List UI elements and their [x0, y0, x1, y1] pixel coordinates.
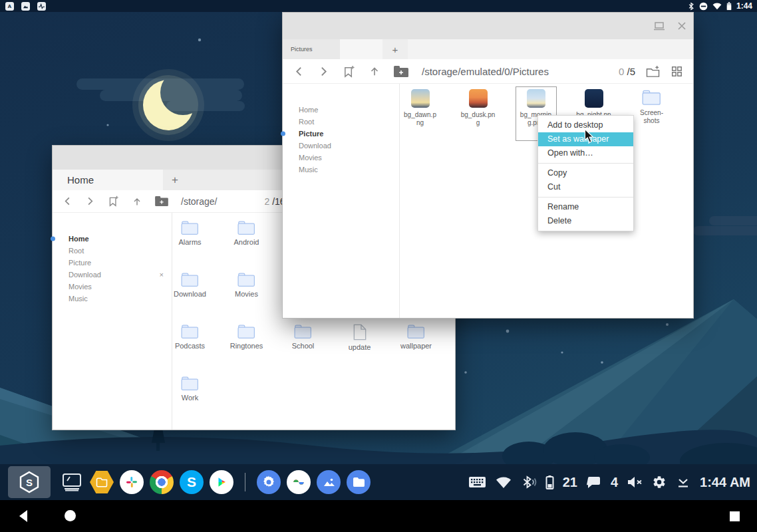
bookmark-add-icon[interactable]: [343, 65, 355, 78]
forward-button[interactable]: [85, 196, 95, 206]
keyboard-icon[interactable]: [468, 475, 486, 489]
bookmark-add-icon[interactable]: [108, 196, 119, 207]
nav-recents-button[interactable]: [730, 511, 740, 521]
folder-tile[interactable]: Podcasts: [174, 321, 206, 373]
sidebar-item-home[interactable]: Home: [53, 233, 172, 245]
back-button[interactable]: [63, 196, 73, 206]
skype-app-icon[interactable]: S: [180, 470, 204, 494]
folder-tile[interactable]: Download: [172, 269, 208, 321]
close-window-button[interactable]: [671, 13, 693, 39]
sidebar-item-movies[interactable]: Movies: [53, 281, 172, 293]
app-launcher-button[interactable]: S: [8, 466, 51, 498]
sidebar-item-music[interactable]: Music: [53, 293, 172, 305]
sidebar-item-movies[interactable]: Movies: [283, 152, 399, 164]
menu-item-copy[interactable]: Copy: [538, 166, 633, 180]
terminal-app-icon[interactable]: [60, 470, 84, 494]
activity-notification-icon[interactable]: [37, 2, 46, 11]
sidebar-item-root[interactable]: Root: [283, 116, 399, 128]
assistant-notification-icon[interactable]: A: [5, 2, 14, 11]
settings-app-icon[interactable]: [257, 470, 281, 494]
folder-tile[interactable]: Android: [233, 217, 261, 269]
hide-taskbar-icon[interactable]: [675, 475, 691, 489]
folder-tile[interactable]: Alarms: [177, 217, 202, 269]
file-tile[interactable]: update: [347, 321, 373, 373]
battery-icon[interactable]: [726, 2, 732, 11]
sidebar-item-home[interactable]: Home: [283, 104, 399, 116]
folder-icon: [181, 220, 199, 235]
settings-gear-icon[interactable]: [652, 475, 667, 489]
file-icon: [353, 324, 367, 340]
plus-label: +: [392, 44, 398, 55]
sidebar-item-picture[interactable]: Picture: [283, 128, 399, 140]
restore-window-button[interactable]: [648, 13, 671, 39]
files-app-icon[interactable]: [347, 470, 371, 494]
file-manager-app-icon[interactable]: [90, 470, 114, 494]
wifi-icon[interactable]: [712, 2, 722, 10]
nav-back-button[interactable]: [19, 509, 28, 525]
battery-icon[interactable]: [545, 475, 554, 489]
folder-icon: [181, 272, 199, 287]
folder-icon: [237, 272, 255, 287]
status-bar: A 1:44: [0, 0, 757, 12]
folder-tile[interactable]: wallpaper: [399, 321, 433, 373]
folder-tile[interactable]: Screen­shots: [631, 86, 673, 141]
new-tab-button[interactable]: +: [382, 39, 408, 59]
image-glyph: [23, 3, 29, 9]
file-name: Download: [174, 290, 206, 299]
wifi-icon[interactable]: [495, 475, 512, 489]
folder-tile[interactable]: Work: [180, 373, 200, 425]
grid-view-button[interactable]: [671, 65, 682, 77]
play-store-app-icon[interactable]: [210, 470, 233, 494]
bluetooth-icon[interactable]: [688, 2, 694, 11]
sidebar-item-music[interactable]: Music: [283, 164, 399, 176]
menu-item-rename[interactable]: Rename: [538, 200, 633, 214]
bluetooth-icon[interactable]: [521, 475, 537, 489]
sidebar-label: Picture: [299, 130, 323, 138]
up-directory-button[interactable]: [369, 65, 380, 77]
amber-hexagon: [90, 471, 114, 493]
notifications-icon[interactable]: [586, 475, 602, 489]
slack-app-icon[interactable]: [120, 470, 144, 494]
folder-tile[interactable]: School: [291, 321, 316, 373]
folder-tile[interactable]: Movies: [233, 269, 259, 321]
sidebar-item-download[interactable]: Download×: [53, 269, 172, 281]
folder-tile[interactable]: Ringtones: [229, 321, 265, 373]
back-button[interactable]: [293, 66, 305, 77]
new-folder-outline-button[interactable]: [646, 65, 660, 78]
battery-percent: 21: [563, 475, 577, 490]
file-name: update: [349, 343, 371, 352]
path-display[interactable]: /storage/emulated/0/Pictures: [422, 66, 549, 77]
chrome-app-icon[interactable]: [150, 470, 174, 494]
sidebar-label: Movies: [69, 283, 92, 291]
new-folder-button[interactable]: [394, 65, 408, 78]
activity-glyph: [39, 3, 45, 9]
tab-pictures[interactable]: Pictures: [283, 39, 340, 59]
navigation-bar: [0, 500, 757, 532]
window-titlebar[interactable]: [283, 13, 693, 39]
photos-app-icon[interactable]: [287, 470, 311, 494]
image-notification-icon[interactable]: [21, 2, 30, 11]
do-not-disturb-icon[interactable]: [699, 2, 708, 11]
status-right-icons: 1:44: [688, 1, 752, 11]
menu-item-delete[interactable]: Delete: [538, 214, 633, 228]
new-tab-button[interactable]: +: [163, 170, 187, 190]
image-file-tile[interactable]: bg_dusk.png: [458, 86, 499, 141]
new-folder-button[interactable]: [155, 196, 168, 207]
sidebar-item-root[interactable]: Root: [53, 245, 172, 257]
tab-spacer: [340, 39, 382, 59]
menu-item-open-with[interactable]: Open with…: [538, 146, 633, 160]
gallery-app-icon[interactable]: [317, 470, 341, 494]
launcher-hexagon-icon: S: [18, 471, 41, 493]
file-name: Podcasts: [175, 342, 205, 350]
folder-icon: [181, 324, 199, 339]
forward-button[interactable]: [318, 66, 329, 77]
sidebar-item-picture[interactable]: Picture: [53, 257, 172, 269]
path-display[interactable]: /storage/: [181, 196, 217, 207]
sidebar-item-download[interactable]: Download: [283, 140, 399, 152]
tab-home[interactable]: Home: [53, 170, 163, 190]
image-file-tile[interactable]: bg_dawn.png: [400, 86, 441, 141]
menu-item-cut[interactable]: Cut: [538, 180, 633, 194]
up-directory-button[interactable]: [132, 196, 142, 207]
volume-muted-icon[interactable]: [627, 475, 643, 489]
nav-home-button[interactable]: [65, 510, 76, 521]
